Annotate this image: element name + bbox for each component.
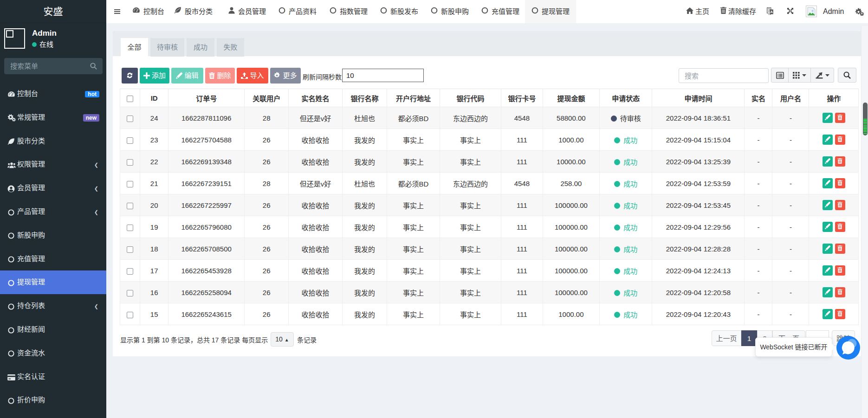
svg-text:A: A — [771, 10, 773, 14]
